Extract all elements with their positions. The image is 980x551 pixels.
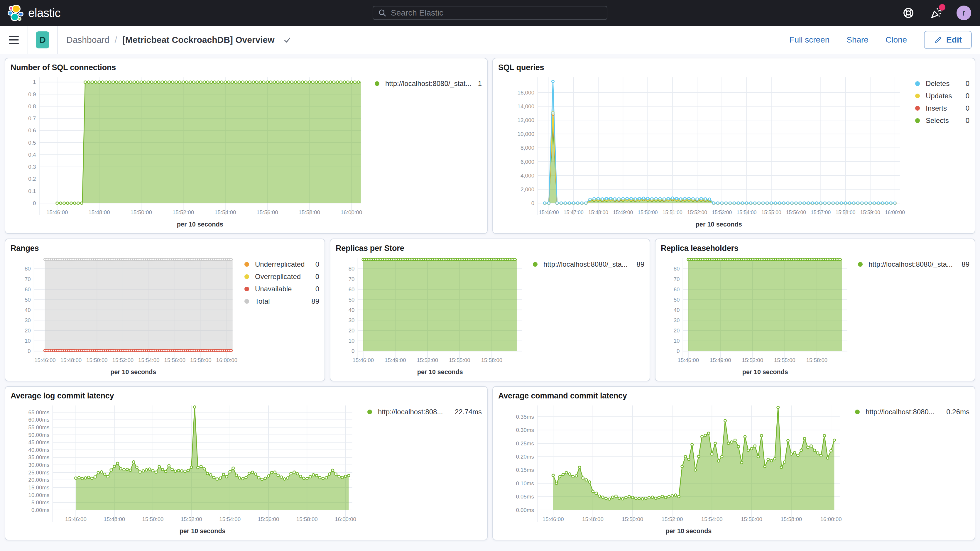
- svg-text:65.00ms: 65.00ms: [29, 409, 49, 416]
- legend-item[interactable]: http://localhost:8080...0.26ms: [855, 406, 969, 418]
- svg-text:15:49:00: 15:49:00: [710, 357, 731, 363]
- legend-item[interactable]: http://localhost:808...22.74ms: [368, 406, 482, 418]
- svg-text:12,000: 12,000: [517, 117, 534, 123]
- timeseries-chart-avg-log-commit-latency[interactable]: 15:46:0015:48:0015:50:0015:52:0015:54:00…: [11, 402, 368, 537]
- panel-title[interactable]: Average command commit latency: [498, 392, 969, 400]
- edit-button[interactable]: Edit: [924, 31, 972, 49]
- space-badge[interactable]: D: [36, 32, 49, 48]
- timeseries-chart-sql-connections[interactable]: 15:46:0015:48:0015:50:0015:52:0015:54:00…: [11, 73, 375, 230]
- legend-item[interactable]: Deletes0: [915, 78, 969, 90]
- svg-text:15:46:00: 15:46:00: [34, 357, 56, 363]
- panel-title[interactable]: Average log commit latency: [11, 392, 482, 400]
- svg-text:10: 10: [25, 338, 31, 344]
- svg-text:30.00ms: 30.00ms: [29, 462, 49, 468]
- legend-item[interactable]: http://localhost:8080/_sta...89: [533, 258, 644, 271]
- svg-text:0.7: 0.7: [28, 115, 36, 121]
- divider: [27, 26, 28, 54]
- legend-item[interactable]: Total89: [244, 295, 319, 307]
- panel-title[interactable]: Number of SQL connections: [11, 63, 482, 72]
- legend-value: 0: [961, 80, 969, 88]
- user-avatar[interactable]: r: [956, 6, 971, 20]
- legend-value: 0.26ms: [942, 408, 969, 416]
- svg-text:40: 40: [674, 307, 680, 313]
- svg-text:0.00ms: 0.00ms: [32, 507, 49, 513]
- svg-text:15:52:00: 15:52:00: [662, 516, 683, 522]
- legend-item[interactable]: Overreplicated0: [244, 271, 319, 283]
- svg-text:15:54:00: 15:54:00: [737, 210, 756, 215]
- svg-text:16:00:00: 16:00:00: [216, 357, 238, 363]
- legend-item[interactable]: http://localhost:8080/_stat...1: [375, 78, 482, 90]
- svg-text:15:50:00: 15:50:00: [130, 209, 152, 215]
- legend-item[interactable]: Underreplicated0: [244, 258, 319, 271]
- global-search[interactable]: [372, 6, 608, 20]
- panel-title[interactable]: Replica leaseholders: [661, 244, 969, 253]
- clone-button[interactable]: Clone: [886, 35, 907, 45]
- main-menu-button[interactable]: [0, 26, 27, 54]
- timeseries-chart-sql-queries[interactable]: 15:46:0015:47:0015:48:0015:49:0015:50:00…: [498, 73, 915, 230]
- svg-text:50: 50: [348, 297, 355, 303]
- legend-item[interactable]: http://localhost:8080/_sta...89: [858, 258, 969, 271]
- svg-text:15:58:00: 15:58:00: [481, 357, 503, 363]
- legend-value: 0: [961, 104, 969, 112]
- svg-text:35.00ms: 35.00ms: [29, 454, 49, 460]
- timeseries-chart-avg-command-commit-latency[interactable]: 15:46:0015:48:0015:50:0015:52:0015:54:00…: [498, 402, 855, 537]
- svg-text:70: 70: [348, 276, 355, 282]
- help-button[interactable]: [901, 6, 915, 20]
- svg-text:70: 70: [25, 276, 31, 282]
- legend-swatch-icon: [915, 118, 920, 123]
- dashboard-grid: Number of SQL connections15:46:0015:48:0…: [0, 54, 980, 540]
- timeseries-chart-ranges[interactable]: 15:46:0015:48:0015:50:0015:52:0015:54:00…: [11, 254, 244, 378]
- timeseries-chart-replica-leaseholders[interactable]: 15:46:0015:49:0015:52:0015:55:0015:58:00…: [661, 254, 858, 378]
- legend-label: Total: [255, 297, 270, 306]
- full-screen-button[interactable]: Full screen: [789, 35, 829, 45]
- svg-text:40: 40: [25, 307, 31, 313]
- breadcrumb-dashboard-link[interactable]: Dashboard: [66, 35, 110, 45]
- panel-title[interactable]: SQL queries: [498, 63, 969, 72]
- legend-swatch-icon: [244, 287, 249, 291]
- legend-swatch-icon: [915, 81, 920, 86]
- svg-text:16:00:00: 16:00:00: [335, 516, 356, 522]
- svg-text:0: 0: [27, 348, 30, 354]
- search-input[interactable]: [391, 8, 602, 18]
- svg-text:30: 30: [674, 317, 680, 323]
- svg-text:15:48:00: 15:48:00: [88, 209, 110, 215]
- legend-item[interactable]: Inserts0: [915, 102, 969, 115]
- svg-text:20: 20: [25, 327, 31, 334]
- svg-text:60: 60: [25, 287, 31, 293]
- svg-text:0.4: 0.4: [28, 152, 36, 158]
- legend-item[interactable]: Unavailable0: [244, 283, 319, 295]
- legend-swatch-icon: [244, 299, 249, 304]
- legend-item[interactable]: Updates0: [915, 90, 969, 102]
- svg-text:15:56:00: 15:56:00: [164, 357, 186, 363]
- svg-text:15:52:00: 15:52:00: [172, 209, 194, 215]
- svg-text:20: 20: [674, 327, 680, 334]
- svg-text:80: 80: [25, 266, 31, 272]
- svg-text:0: 0: [531, 200, 535, 206]
- svg-text:0.9: 0.9: [28, 91, 36, 97]
- svg-text:20: 20: [348, 327, 355, 334]
- legend-swatch-icon: [533, 262, 538, 267]
- svg-text:15:56:00: 15:56:00: [256, 209, 278, 215]
- svg-text:15:46:00: 15:46:00: [65, 516, 87, 522]
- timeseries-chart-replicas-per-store[interactable]: 15:46:0015:49:0015:52:0015:55:0015:58:00…: [336, 254, 533, 378]
- svg-text:50.00ms: 50.00ms: [29, 432, 49, 438]
- legend-label: Overreplicated: [255, 272, 301, 281]
- chart-legend: http://localhost:8080/_sta...89: [533, 254, 644, 271]
- panel-title[interactable]: Ranges: [11, 244, 319, 253]
- chart-legend: Deletes0Updates0Inserts0Selects0: [915, 73, 969, 127]
- svg-text:40.00ms: 40.00ms: [29, 447, 49, 453]
- share-button[interactable]: Share: [846, 35, 869, 45]
- legend-item[interactable]: Selects0: [915, 115, 969, 127]
- svg-text:15:58:00: 15:58:00: [781, 516, 802, 522]
- elastic-logo[interactable]: elastic: [8, 4, 60, 22]
- panel-title[interactable]: Replicas per Store: [336, 244, 644, 253]
- svg-text:70: 70: [674, 276, 680, 282]
- breadcrumb: Dashboard / [Metricbeat CockroachDB] Ove…: [66, 35, 292, 45]
- legend-swatch-icon: [244, 262, 249, 267]
- news-feed-button[interactable]: [929, 6, 943, 20]
- legend-label: http://localhost:808...: [378, 408, 443, 416]
- life-ring-icon: [902, 6, 915, 19]
- svg-text:15:52:00: 15:52:00: [181, 516, 202, 522]
- svg-text:0.5: 0.5: [28, 140, 36, 146]
- dashboard-row: Average log commit latency15:46:0015:48:…: [5, 386, 975, 540]
